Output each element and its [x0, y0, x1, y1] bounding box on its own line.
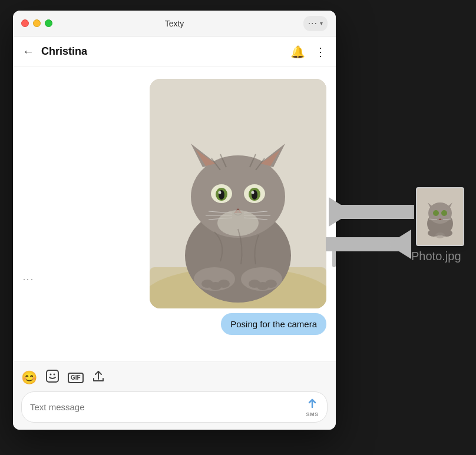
- app-title: Texty: [165, 19, 184, 28]
- svg-rect-42: [329, 205, 414, 219]
- svg-rect-38: [47, 370, 58, 382]
- title-bar: Texty ··· ▾: [13, 11, 336, 36]
- arrow-left-icon: [323, 194, 417, 230]
- back-button[interactable]: ←: [22, 45, 34, 58]
- minimize-button[interactable]: [33, 19, 41, 27]
- gif-button[interactable]: GIF: [68, 373, 84, 383]
- contact-name: Christina: [41, 45, 290, 58]
- send-label: SMS: [306, 411, 318, 417]
- input-bar: 😊 GIF: [13, 361, 336, 430]
- message-bubble: Posing for the camera: [221, 313, 326, 335]
- svg-marker-44: [388, 230, 411, 259]
- thumbnail-card[interactable]: [416, 187, 464, 246]
- sticker-button[interactable]: [45, 369, 60, 387]
- svg-point-53: [428, 230, 439, 237]
- svg-point-46: [427, 212, 453, 235]
- share-button[interactable]: [92, 370, 105, 386]
- thumbnail-image: [417, 188, 463, 245]
- svg-point-20: [252, 191, 254, 194]
- svg-point-29: [217, 210, 259, 236]
- svg-point-19: [219, 191, 222, 194]
- menu-dots-icon: ···: [308, 18, 318, 29]
- svg-point-37: [265, 280, 277, 288]
- app-menu-button[interactable]: ··· ▾: [303, 16, 328, 31]
- cat-photo: [150, 79, 326, 308]
- nav-bar: ← Christina 🔔 ⋮: [13, 36, 336, 67]
- svg-rect-45: [417, 188, 463, 245]
- more-options-icon[interactable]: ⋮: [315, 45, 326, 59]
- maximize-button[interactable]: [45, 19, 52, 27]
- chevron-down-icon: ▾: [320, 20, 323, 26]
- close-button[interactable]: [21, 19, 29, 27]
- svg-line-56: [429, 219, 437, 220]
- traffic-lights: [21, 19, 52, 27]
- message-menu-icon[interactable]: ⋮: [22, 274, 35, 285]
- app-window: Texty ··· ▾ ← Christina 🔔 ⋮ ⋮: [13, 11, 336, 430]
- svg-point-50: [433, 210, 439, 216]
- arrow-right-icon: [323, 227, 417, 262]
- svg-marker-48: [428, 202, 435, 210]
- notification-bell-icon[interactable]: 🔔: [290, 45, 305, 59]
- svg-point-51: [441, 210, 447, 216]
- svg-point-55: [435, 233, 445, 238]
- svg-point-54: [441, 230, 452, 237]
- svg-marker-52: [438, 218, 442, 220]
- svg-point-47: [428, 202, 452, 224]
- message-input[interactable]: [30, 402, 301, 412]
- svg-point-34: [218, 280, 230, 288]
- message-container: Posing for the camera: [22, 79, 326, 335]
- send-arrow-icon: [306, 397, 319, 411]
- svg-marker-49: [445, 202, 452, 210]
- photo-filename: Photo.jpg: [411, 250, 461, 263]
- emoji-button[interactable]: 😊: [21, 370, 37, 386]
- svg-rect-43: [326, 237, 408, 251]
- svg-point-39: [50, 374, 52, 376]
- message-input-row: SMS: [21, 391, 328, 423]
- input-toolbar: 😊 GIF: [21, 369, 328, 387]
- nav-actions: 🔔 ⋮: [290, 45, 326, 59]
- send-button[interactable]: SMS: [306, 397, 319, 417]
- scrollbar[interactable]: [332, 244, 336, 267]
- svg-point-40: [54, 374, 55, 376]
- svg-line-57: [443, 219, 451, 220]
- cat-image: [150, 79, 326, 308]
- chat-area: ⋮: [13, 67, 336, 361]
